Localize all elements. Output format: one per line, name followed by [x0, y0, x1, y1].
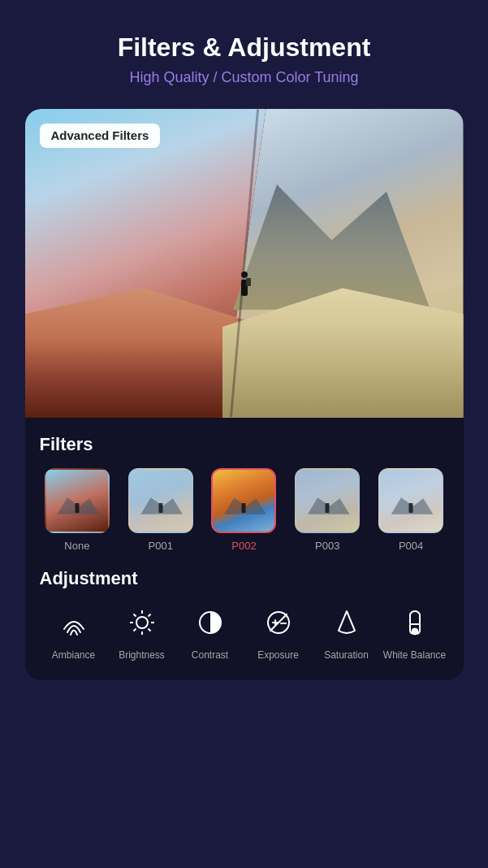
filter-thumb-p002	[211, 468, 276, 533]
filter-row: None P001 P002	[40, 468, 449, 552]
svg-point-0	[136, 617, 148, 628]
filter-label-p003: P003	[315, 540, 339, 552]
svg-line-6	[148, 629, 150, 631]
advanced-filters-badge[interactable]: Advanced Filters	[40, 124, 161, 148]
filter-item-none[interactable]: None	[40, 468, 115, 552]
saturation-icon	[326, 602, 367, 643]
adjustment-section: Adjustment Ambiance	[25, 560, 464, 680]
adj-item-exposure[interactable]: Exposure	[244, 602, 313, 661]
filters-section: Filters None P001	[25, 418, 464, 560]
filter-item-p002[interactable]: P002	[206, 468, 282, 552]
adj-item-saturation[interactable]: Saturation	[313, 602, 381, 661]
contrast-icon	[190, 602, 231, 643]
filter-item-p004[interactable]: P004	[374, 468, 449, 552]
filter-item-p003[interactable]: P003	[290, 468, 365, 552]
adj-item-brightness[interactable]: Brightness	[108, 602, 176, 661]
person-silhouette	[238, 271, 251, 301]
ambiance-icon	[54, 602, 94, 643]
filter-thumb-p001	[128, 468, 193, 533]
adj-label-brightness: Brightness	[119, 649, 165, 661]
svg-line-7	[148, 614, 150, 617]
adj-label-exposure: Exposure	[257, 649, 299, 661]
filter-label-p004: P004	[399, 540, 423, 552]
filters-title: Filters	[40, 434, 449, 455]
white-balance-icon	[395, 602, 435, 643]
adj-label-white-balance: White Balance	[383, 649, 446, 661]
exposure-icon	[258, 602, 299, 643]
svg-line-5	[133, 614, 136, 617]
filter-thumb-none	[45, 468, 110, 533]
filter-label-none: None	[64, 540, 89, 552]
filter-label-p002: P002	[231, 540, 256, 552]
adj-item-contrast[interactable]: Contrast	[176, 602, 244, 661]
page-subtitle: High Quality / Custom Color Tuning	[129, 69, 358, 86]
filter-item-p001[interactable]: P001	[123, 468, 198, 552]
adjustment-row: Ambiance Brig	[40, 602, 449, 661]
main-card: Advanced Filters Filters None P001	[25, 109, 464, 680]
adj-label-ambiance: Ambiance	[52, 649, 95, 661]
filter-thumb-p004	[378, 468, 443, 533]
filter-thumb-p003	[295, 468, 360, 533]
badge-label: Advanced Filters	[51, 128, 149, 142]
adj-item-ambiance[interactable]: Ambiance	[40, 602, 108, 661]
adj-label-saturation: Saturation	[324, 649, 369, 661]
adjustment-title: Adjustment	[40, 568, 449, 589]
brightness-icon	[122, 602, 162, 643]
before-after-image[interactable]: Advanced Filters	[25, 109, 464, 418]
svg-line-8	[133, 629, 136, 631]
filter-label-p001: P001	[149, 540, 173, 552]
svg-point-16	[412, 628, 418, 635]
adj-label-contrast: Contrast	[192, 649, 228, 661]
adj-item-white-balance[interactable]: White Balance	[381, 602, 449, 661]
page-title: Filters & Adjustment	[118, 33, 371, 63]
